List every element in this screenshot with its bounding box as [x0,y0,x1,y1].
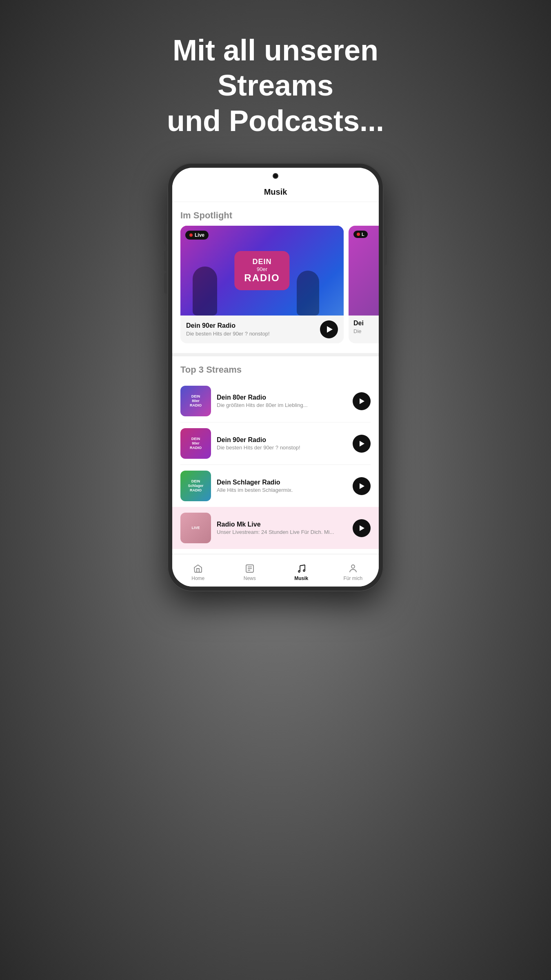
news-icon [244,563,255,574]
bottom-nav: Home News [172,554,379,587]
stream-thumb-2: DEIN90erRADIO [180,428,211,459]
spotlight-image-1: Live DEIN 90er RADIO [180,226,344,316]
stream-thumb-1: DEIN80erRADIO [180,386,211,416]
stream-item-highlighted[interactable]: LIVE Radio Mk Live Unser Livestream: 24 … [172,507,379,549]
stream-info-1: Dein 80er Radio Die größten Hits der 80e… [217,394,347,408]
phone-notch-bar [172,168,379,184]
stream-item-1[interactable]: DEIN80erRADIO Dein 80er Radio Die größte… [180,380,371,422]
play-icon-s2 [360,441,364,447]
page-headline: Mit all unseren Streams und Podcasts... [133,33,418,138]
stream-thumb-label-live: LIVE [190,524,201,532]
stream-thumb-label-1: DEIN80erRADIO [188,393,203,409]
stream-item-3[interactable]: DEINSchlagerRADIO Dein Schlager Radio Al… [180,465,371,507]
play-button-live[interactable] [353,519,371,537]
home-icon [193,563,203,574]
nav-item-furmich[interactable]: Für mich [327,560,379,581]
play-icon-s3 [360,483,364,489]
play-button-stream-3[interactable] [353,477,371,495]
phone-wrapper: Musik Im Spotlight Live [167,163,384,591]
play-button-stream-2[interactable] [353,435,371,453]
spotlight-card-2[interactable]: L Dei Die [349,226,379,343]
svg-point-7 [351,565,355,568]
camera-dot [273,173,278,179]
play-icon-1 [327,326,333,333]
card-info-row-1: Dein 90er Radio Die besten Hits der 90er… [186,320,338,338]
stream-thumb-3: DEINSchlagerRADIO [180,471,211,501]
stream-thumb-live: LIVE [180,513,211,543]
stream-thumb-label-3: DEINSchlagerRADIO [186,478,205,494]
app-content[interactable]: Im Spotlight Live DEIN [172,202,379,554]
card-2-text: Dei Die [353,320,379,334]
nav-label-furmich: Für mich [343,576,362,581]
section-divider [172,353,379,356]
nav-item-musik[interactable]: Musik [276,560,327,581]
live-dot-1 [189,233,193,237]
nav-label-news: News [244,576,256,581]
nav-label-musik: Musik [294,576,308,581]
app-header: Musik [172,184,379,202]
stream-info-live: Radio Mk Live Unser Livestream: 24 Stund… [217,521,347,535]
spotlight-card-1-info: Dein 90er Radio Die besten Hits der 90er… [180,316,344,343]
card-2-info: Dei Die [349,316,379,338]
stream-info-3: Dein Schlager Radio Alle Hits im besten … [217,479,347,493]
play-icon-live [360,525,364,531]
live-dot-2 [357,233,360,236]
svg-line-6 [300,565,305,566]
play-button-1[interactable] [320,320,338,338]
nav-label-home: Home [191,576,204,581]
live-badge-1: Live [185,231,209,240]
app-header-title: Musik [180,187,371,197]
stream-info-2: Dein 90er Radio Die besten Hits der 90er… [217,436,347,451]
stream-thumb-label-2: DEIN90erRADIO [188,435,203,451]
nav-item-news[interactable]: News [224,560,276,581]
live-badge-2: L [353,231,368,238]
person-icon [348,563,358,574]
spotlight-image-2: L [349,226,379,316]
spotlight-card-1[interactable]: Live DEIN 90er RADIO Dein 90er [180,226,344,343]
spotlight-scroll[interactable]: Live DEIN 90er RADIO Dein 90er [172,226,379,347]
phone-shell: Musik Im Spotlight Live [167,163,384,591]
play-icon-s1 [360,398,364,404]
nav-item-home[interactable]: Home [172,560,224,581]
radio-logo-1: DEIN 90er RADIO [234,251,289,290]
section-spotlight-title: Im Spotlight [172,202,379,226]
stream-list: DEIN80erRADIO Dein 80er Radio Die größte… [172,380,379,507]
music-icon [296,563,307,574]
card-1-text: Dein 90er Radio Die besten Hits der 90er… [186,322,270,337]
play-button-stream-1[interactable] [353,392,371,410]
stream-item-2[interactable]: DEIN90erRADIO Dein 90er Radio Die besten… [180,422,371,465]
phone-screen: Musik Im Spotlight Live [172,168,379,587]
top3-section-title: Top 3 Streams [172,356,379,380]
